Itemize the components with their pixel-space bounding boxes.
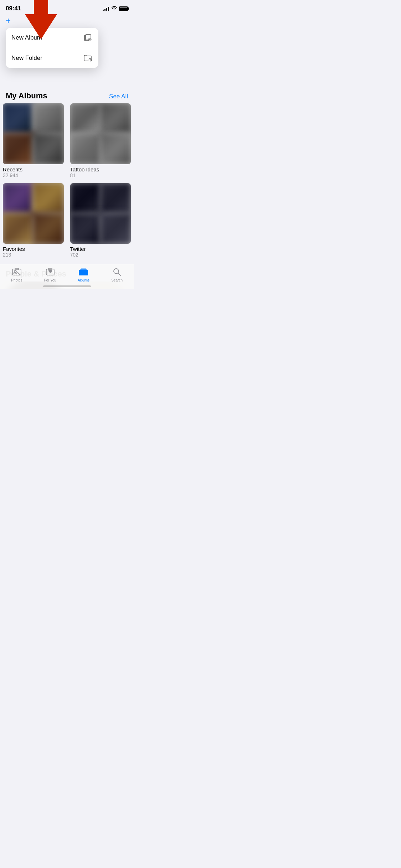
album-recents-thumb xyxy=(3,103,64,164)
wifi-icon xyxy=(111,6,117,11)
album-tattoo[interactable]: Tattoo Ideas 81 xyxy=(67,103,134,182)
new-folder-item[interactable]: New Folder xyxy=(6,48,98,68)
photos-tab-label: Photos xyxy=(11,278,22,282)
tab-for-you[interactable]: For You xyxy=(34,267,67,282)
for-you-icon xyxy=(45,267,55,277)
tab-search[interactable]: Search xyxy=(100,267,134,282)
new-folder-label: New Folder xyxy=(11,55,42,62)
new-album-icon xyxy=(83,33,93,43)
albums-grid: Recents 32,944 Tattoo Ideas 81 xyxy=(0,103,134,262)
album-favorites-thumb xyxy=(3,183,64,244)
new-album-label: New Album xyxy=(11,34,42,41)
album-tattoo-thumb xyxy=(70,103,131,164)
my-albums-section-header: My Albums See All xyxy=(0,88,134,103)
album-twitter-count: 702 xyxy=(70,252,131,258)
search-icon xyxy=(112,267,122,277)
photos-icon xyxy=(12,267,22,277)
album-twitter-name: Twitter xyxy=(70,246,131,252)
signal-icon xyxy=(103,6,109,11)
for-you-tab-label: For You xyxy=(44,278,56,282)
albums-tab-label: Albums xyxy=(78,278,89,282)
album-recents[interactable]: Recents 32,944 xyxy=(0,103,67,182)
tab-albums[interactable]: Albums xyxy=(67,267,101,282)
album-twitter-thumb xyxy=(70,183,131,244)
nav-header: + xyxy=(0,15,134,28)
album-twitter[interactable]: Twitter 702 xyxy=(67,183,134,262)
status-time: 09:41 xyxy=(6,5,21,12)
my-albums-title: My Albums xyxy=(6,91,47,100)
svg-line-18 xyxy=(118,273,121,276)
album-favorites-count: 213 xyxy=(3,252,64,258)
album-favorites-name: Favorites xyxy=(3,246,64,252)
albums-icon xyxy=(78,267,88,277)
home-indicator xyxy=(43,285,91,287)
album-favorites[interactable]: Favorites 213 xyxy=(0,183,67,262)
album-tattoo-name: Tattoo Ideas xyxy=(70,166,131,172)
dropdown-menu: New Album New Folder xyxy=(6,28,98,68)
album-recents-count: 32,944 xyxy=(3,172,64,178)
see-all-button[interactable]: See All xyxy=(109,93,128,100)
status-bar: 09:41 xyxy=(0,0,134,15)
search-tab-label: Search xyxy=(111,278,123,282)
new-album-item[interactable]: New Album xyxy=(6,28,98,48)
battery-icon xyxy=(119,6,128,11)
album-recents-name: Recents xyxy=(3,166,64,172)
tab-photos[interactable]: Photos xyxy=(0,267,34,282)
svg-rect-16 xyxy=(81,268,86,273)
status-icons xyxy=(103,6,128,11)
new-folder-icon xyxy=(83,53,93,63)
main-content: My Albums See All Recents 32,944 xyxy=(0,88,134,289)
album-tattoo-count: 81 xyxy=(70,172,131,178)
add-button[interactable]: + xyxy=(6,16,11,25)
